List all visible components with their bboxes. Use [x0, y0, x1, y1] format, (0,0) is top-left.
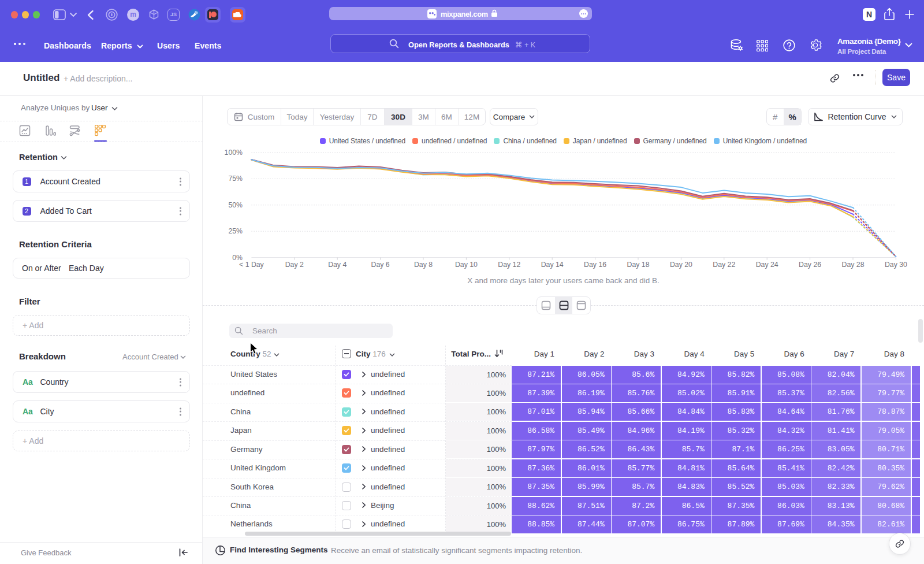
svg-text:Day 10: Day 10: [455, 261, 478, 269]
svg-text:100%: 100%: [225, 149, 243, 157]
svg-text:Day 16: Day 16: [584, 261, 606, 269]
svg-text:Day 30: Day 30: [885, 261, 907, 269]
svg-text:< 1 Day: < 1 Day: [239, 261, 264, 269]
svg-text:Day 8: Day 8: [414, 261, 433, 269]
svg-text:Day 14: Day 14: [541, 261, 564, 269]
svg-text:Day 2: Day 2: [285, 261, 304, 269]
svg-text:Day 24: Day 24: [756, 261, 778, 269]
svg-text:Day 28: Day 28: [842, 261, 865, 269]
svg-text:Day 26: Day 26: [799, 261, 821, 269]
svg-text:Day 20: Day 20: [670, 261, 692, 269]
svg-text:Day 4: Day 4: [328, 261, 346, 269]
svg-text:Day 22: Day 22: [713, 261, 735, 269]
svg-text:50%: 50%: [228, 201, 243, 209]
svg-text:25%: 25%: [228, 227, 243, 235]
svg-text:Day 6: Day 6: [371, 261, 390, 269]
svg-text:Day 18: Day 18: [627, 261, 650, 269]
svg-text:75%: 75%: [228, 175, 243, 183]
svg-text:Day 12: Day 12: [498, 261, 520, 269]
